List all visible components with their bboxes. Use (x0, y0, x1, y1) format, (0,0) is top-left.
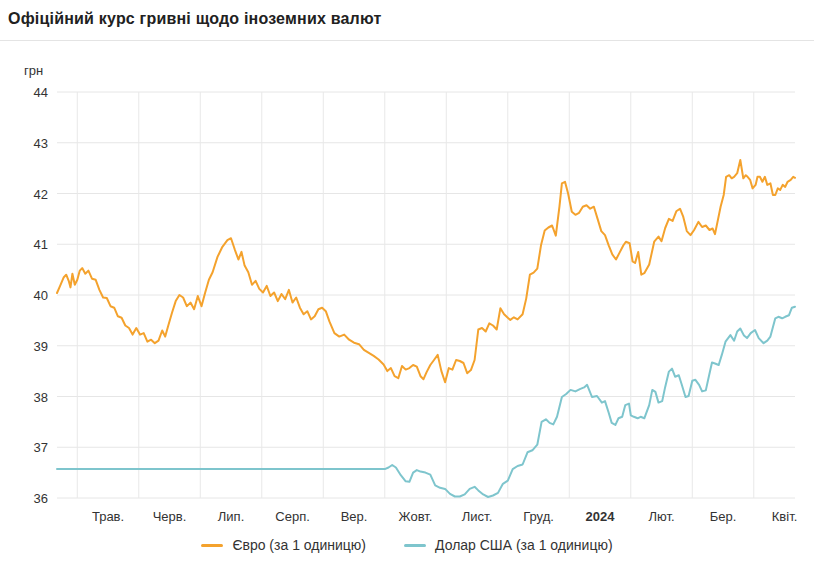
gridlines (57, 92, 795, 498)
chart-legend: Євро (за 1 одиницю)Долар США (за 1 одини… (0, 537, 814, 553)
dollar-legend-swatch (404, 544, 426, 547)
page-title: Офіційний курс гривні щодо іноземних вал… (0, 0, 814, 40)
legend-label: Євро (за 1 одиницю) (232, 537, 366, 553)
x-tick-label: Вер. (341, 509, 368, 524)
x-tick-label: Серп. (275, 509, 310, 524)
legend-label: Долар США (за 1 одиницю) (435, 537, 613, 553)
exchange-rate-chart: грн363738394041424344Трав.Черв.Лип.Серп.… (0, 41, 814, 531)
x-tick-label: Бер. (710, 509, 737, 524)
y-tick-label: 44 (34, 85, 48, 100)
y-axis-unit-label: грн (24, 63, 43, 78)
x-tick-label: Черв. (153, 509, 187, 524)
y-tick-label: 42 (34, 187, 48, 202)
x-tick-label: Груд. (523, 509, 554, 524)
y-tick-label: 40 (34, 288, 48, 303)
x-tick-label: Жовт. (399, 509, 433, 524)
y-tick-label: 39 (34, 339, 48, 354)
legend-item-dollar[interactable]: Долар США (за 1 одиницю) (404, 537, 613, 553)
euro-legend-swatch (201, 544, 223, 547)
dollar-series-line[interactable] (57, 307, 795, 497)
x-tick-label: 2024 (586, 509, 616, 524)
y-tick-label: 43 (34, 136, 48, 151)
y-tick-label: 36 (34, 491, 48, 506)
x-tick-label: Трав. (92, 509, 124, 524)
legend-item-euro[interactable]: Євро (за 1 одиницю) (201, 537, 366, 553)
y-tick-label: 41 (34, 237, 48, 252)
x-tick-label: Квіт. (772, 509, 798, 524)
y-tick-label: 37 (34, 440, 48, 455)
y-tick-label: 38 (34, 390, 48, 405)
x-tick-label: Лист. (462, 509, 492, 524)
x-tick-label: Лют. (648, 509, 674, 524)
x-tick-label: Лип. (218, 509, 244, 524)
rate-chart-plot[interactable]: грн363738394041424344Трав.Черв.Лип.Серп.… (0, 41, 814, 531)
